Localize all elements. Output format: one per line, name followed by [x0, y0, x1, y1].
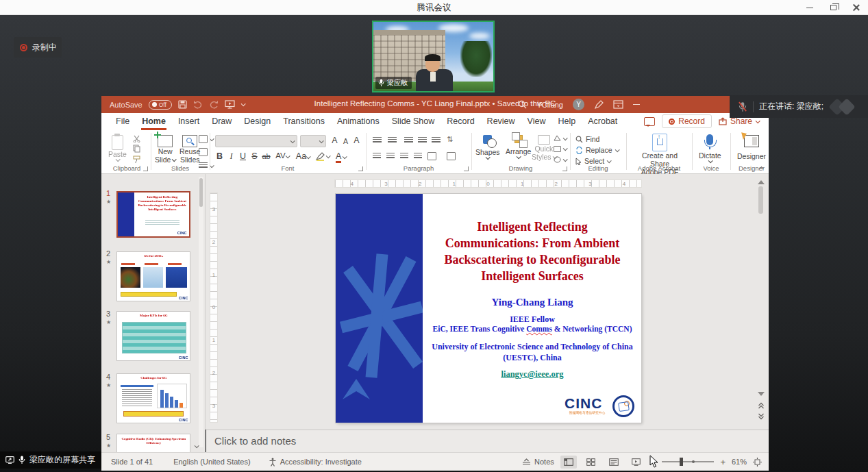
clear-formatting-button[interactable]: A	[351, 136, 362, 145]
slide-thumbnail-5[interactable]: Cognitive Radio (CR): Enhancing Spectrum…	[116, 434, 190, 452]
quick-styles-button[interactable]: Quick Styles	[532, 135, 556, 161]
paste-button[interactable]: Paste	[108, 135, 127, 162]
slide-thumbnail-3[interactable]: Major KPIs for 6G CINC	[116, 311, 190, 361]
cut-icon[interactable]	[133, 135, 140, 142]
tab-help[interactable]: Help	[551, 114, 582, 130]
justify-icon[interactable]	[414, 153, 422, 160]
tab-file[interactable]: File	[110, 114, 136, 130]
ribbon-display-options-icon[interactable]	[613, 100, 623, 109]
slide-thumbnail-1[interactable]: Intelligent Reflecting Communications: F…	[116, 191, 190, 238]
reading-view-button[interactable]	[606, 456, 622, 469]
comments-icon[interactable]	[644, 117, 655, 126]
pen-mode-icon[interactable]	[594, 100, 604, 110]
bold-button[interactable]: B	[214, 151, 225, 161]
tab-view[interactable]: View	[521, 114, 552, 130]
find-button[interactable]: Find	[575, 135, 599, 143]
tab-slide-show[interactable]: Slide Show	[386, 114, 441, 130]
columns-icon[interactable]	[427, 152, 436, 160]
copy-icon[interactable]	[133, 145, 140, 153]
shape-fill-icon[interactable]	[554, 135, 567, 142]
shape-effects-icon[interactable]	[554, 156, 567, 163]
change-case-button[interactable]: Aa	[295, 151, 311, 161]
next-slide-icon[interactable]	[758, 412, 765, 421]
record-button[interactable]: Record	[662, 114, 712, 128]
arrange-button[interactable]: Arrange	[506, 135, 531, 159]
underline-button[interactable]: U	[237, 151, 249, 161]
tab-home[interactable]: Home	[136, 114, 172, 130]
redo-icon[interactable]	[209, 100, 219, 109]
new-slide-button[interactable]: New Slide	[155, 135, 175, 164]
save-icon[interactable]	[178, 100, 187, 109]
slide-thumbnail-2[interactable]: 6G for 2030+ CINC	[116, 251, 190, 301]
account-name[interactable]: YCliang	[536, 101, 563, 109]
character-spacing-button[interactable]: AV	[274, 151, 290, 160]
numbering-icon[interactable]	[388, 137, 397, 144]
highlight-color-button[interactable]	[315, 151, 330, 161]
slide-email-link[interactable]: liangyc@ieee.org	[428, 369, 636, 380]
increase-font-size-button[interactable]: A	[329, 136, 340, 145]
dictate-button[interactable]: Dictate	[699, 134, 721, 163]
thumbnail-scrollbar-thumb[interactable]	[199, 178, 203, 207]
tab-insert[interactable]: Insert	[172, 114, 206, 130]
shape-outline-icon[interactable]	[554, 146, 567, 152]
start-slideshow-icon[interactable]	[225, 100, 235, 109]
tab-record[interactable]: Record	[441, 114, 480, 130]
shapes-button[interactable]: Shapes	[475, 135, 500, 160]
slide-canvas[interactable]: Intelligent Reflecting Communications: F…	[336, 194, 641, 423]
language-indicator[interactable]: English (United States)	[173, 458, 251, 466]
reuse-slides-button[interactable]: Reuse Slides	[179, 135, 200, 164]
account-avatar[interactable]: Y	[573, 99, 584, 110]
align-left-icon[interactable]	[373, 153, 381, 160]
bullets-icon[interactable]	[373, 137, 382, 144]
scroll-down-icon[interactable]	[758, 392, 765, 399]
line-spacing-icon[interactable]	[432, 137, 441, 144]
paragraph-dialog-launcher-icon[interactable]	[464, 166, 469, 171]
ppt-minimize-icon[interactable]	[633, 104, 640, 105]
search-icon[interactable]	[518, 100, 527, 109]
drawing-dialog-launcher-icon[interactable]	[562, 166, 567, 171]
font-dialog-launcher-icon[interactable]	[358, 166, 363, 171]
font-color-button[interactable]: A	[336, 151, 354, 163]
italic-button[interactable]: I	[225, 151, 237, 162]
increase-indent-icon[interactable]	[418, 137, 427, 144]
zoom-in-button[interactable]: +	[720, 457, 726, 467]
tab-review[interactable]: Review	[481, 114, 521, 130]
format-painter-icon[interactable]	[133, 156, 140, 164]
strikethrough-button[interactable]: ab	[260, 152, 272, 160]
zoom-level[interactable]: 61%	[732, 458, 747, 466]
customize-qat-chevron-icon[interactable]	[240, 101, 245, 106]
designer-button[interactable]: Designer	[737, 135, 766, 160]
zoom-slider[interactable]	[662, 461, 714, 462]
notes-toggle[interactable]: Notes	[522, 458, 554, 466]
tab-acrobat[interactable]: Acrobat	[582, 114, 623, 130]
shadow-button[interactable]: S	[249, 151, 260, 161]
font-name-select[interactable]	[215, 135, 297, 147]
tab-animations[interactable]: Animations	[331, 114, 386, 130]
smartart-convert-icon[interactable]	[447, 152, 456, 160]
normal-view-button[interactable]	[560, 456, 577, 469]
decrease-font-size-button[interactable]: A	[340, 137, 351, 145]
notes-pane[interactable]: Click to add notes	[206, 430, 769, 452]
tab-transitions[interactable]: Transitions	[277, 114, 331, 130]
slide-thumbnail-4[interactable]: Challenges for 6G CINC	[116, 373, 190, 423]
slide-indicator[interactable]: Slide 1 of 41	[111, 458, 153, 466]
minimize-button[interactable]	[798, 0, 821, 15]
text-direction-icon[interactable]: ⇅	[447, 135, 453, 144]
editor-scrollbar-thumb[interactable]	[758, 186, 763, 214]
tab-design[interactable]: Design	[238, 114, 277, 130]
editor-scrollbar[interactable]	[756, 175, 766, 428]
previous-slide-icon[interactable]	[758, 401, 765, 410]
close-button[interactable]	[845, 0, 868, 15]
fit-to-window-icon[interactable]	[753, 458, 762, 467]
thumbnail-scrollbar[interactable]	[199, 177, 203, 447]
slide-sorter-view-button[interactable]	[583, 456, 599, 469]
decrease-indent-icon[interactable]	[404, 137, 413, 144]
zoom-slider-thumb[interactable]	[680, 458, 683, 466]
align-right-icon[interactable]	[400, 153, 408, 160]
accessibility-status[interactable]: Accessibility: Investigate	[269, 458, 362, 467]
restore-button[interactable]	[821, 0, 845, 15]
clipboard-dialog-launcher-icon[interactable]	[143, 166, 148, 171]
autosave-toggle[interactable]: Off	[149, 100, 172, 110]
font-size-select[interactable]	[300, 135, 326, 147]
replace-button[interactable]: Replace	[575, 146, 619, 154]
